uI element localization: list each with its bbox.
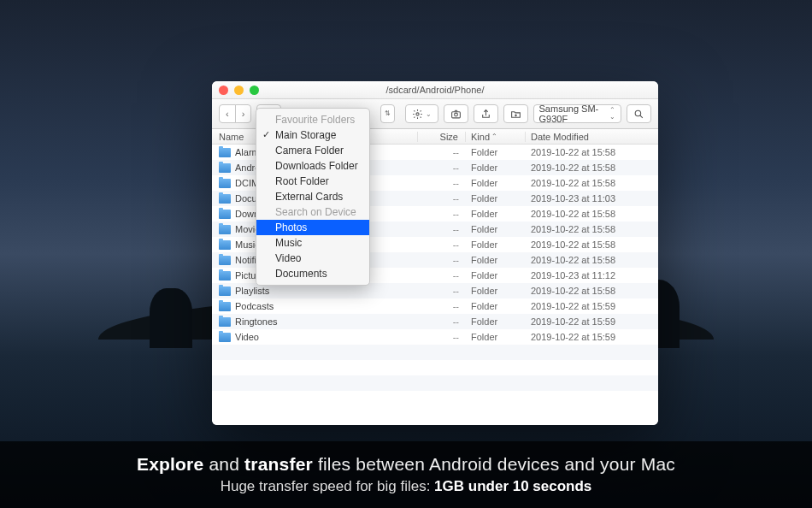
file-kind: Folder — [466, 239, 526, 250]
file-kind: Folder — [466, 162, 526, 173]
search-icon — [633, 109, 644, 120]
folder-icon — [219, 163, 231, 173]
file-kind: Folder — [466, 224, 526, 234]
chevron-right-icon: › — [242, 109, 245, 119]
search-button[interactable] — [627, 104, 651, 123]
file-date: 2019-10-22 at 15:58 — [526, 224, 658, 234]
file-size: -- — [418, 178, 466, 188]
file-size: -- — [418, 147, 466, 157]
folder-icon — [219, 148, 231, 157]
file-date: 2019-10-22 at 15:59 — [526, 316, 658, 327]
file-date: 2019-10-22 at 15:58 — [526, 239, 658, 250]
camera-button[interactable] — [444, 104, 468, 123]
folder-icon — [219, 225, 231, 234]
file-size: -- — [418, 332, 466, 342]
column-date[interactable]: Date Modified — [526, 132, 658, 142]
camera-icon — [450, 109, 462, 120]
dropdown-item[interactable]: Documents — [256, 266, 369, 281]
new-folder-icon — [510, 109, 521, 120]
file-date: 2019-10-22 at 15:59 — [526, 332, 658, 342]
file-kind: Folder — [466, 316, 526, 327]
action-menu-button[interactable]: ⌄ — [405, 104, 438, 123]
file-size: -- — [418, 209, 466, 219]
file-date: 2019-10-22 at 15:58 — [526, 162, 658, 173]
dropdown-item[interactable]: External Cards — [256, 189, 369, 204]
device-selector[interactable]: Samsung SM-G930F ⌃⌄ — [533, 104, 621, 123]
file-size: -- — [418, 162, 466, 173]
file-size: -- — [418, 255, 466, 265]
dropdown-item[interactable]: Camera Folder — [256, 143, 369, 158]
file-size: -- — [418, 301, 466, 311]
file-date: 2019-10-22 at 15:58 — [526, 286, 658, 296]
file-date: 2019-10-22 at 15:58 — [526, 255, 658, 265]
file-kind: Folder — [466, 301, 526, 311]
dropdown-heading: Favourite Folders — [256, 112, 369, 127]
dropdown-item[interactable]: Downloads Folder — [256, 158, 369, 174]
file-date: 2019-10-22 at 15:58 — [526, 209, 658, 219]
table-row[interactable]: Video--Folder2019-10-22 at 15:59 — [212, 329, 658, 345]
file-date: 2019-10-23 at 11:12 — [526, 270, 658, 281]
file-size: -- — [418, 286, 466, 296]
folder-icon — [219, 256, 231, 265]
dropdown-item[interactable]: Root Folder — [256, 174, 369, 189]
file-name: Ringtones — [235, 316, 278, 327]
folder-icon — [219, 271, 231, 281]
folder-icon — [219, 317, 231, 327]
file-date: 2019-10-22 at 15:58 — [526, 178, 658, 188]
dropdown-item[interactable]: Music — [256, 235, 369, 251]
file-size: -- — [418, 239, 466, 250]
file-kind: Folder — [466, 270, 526, 281]
close-button[interactable] — [219, 86, 228, 95]
caption-line-2: Huge transfer speed for big files: 1GB u… — [221, 478, 592, 495]
share-button[interactable] — [474, 104, 498, 123]
chevron-left-icon: ‹ — [226, 109, 229, 119]
file-date: 2019-10-22 at 15:58 — [526, 147, 658, 157]
dropdown-heading: Search on Device — [256, 204, 369, 220]
table-row[interactable]: Ringtones--Folder2019-10-22 at 15:59 — [212, 314, 658, 329]
folder-icon — [219, 240, 231, 250]
file-kind: Folder — [466, 255, 526, 265]
minimize-button[interactable] — [234, 86, 244, 95]
folder-icon — [219, 194, 231, 204]
dropdown-item[interactable]: ✓Main Storage — [256, 127, 369, 143]
view-sort-button[interactable]: ⇅ — [380, 104, 395, 123]
marketing-caption: Explore and transfer files between Andro… — [0, 441, 812, 508]
table-row — [212, 391, 658, 406]
file-size: -- — [418, 316, 466, 327]
caption-line-1: Explore and transfer files between Andro… — [137, 454, 675, 475]
column-size[interactable]: Size — [418, 132, 466, 142]
share-icon — [480, 109, 491, 120]
updown-icon: ⇅ — [385, 110, 391, 117]
back-button[interactable]: ‹ — [219, 104, 236, 123]
titlebar[interactable]: /sdcard/Android/Phone/ — [212, 81, 658, 99]
folder-icon — [219, 286, 231, 296]
folder-icon — [219, 210, 231, 219]
file-name: Podcasts — [235, 301, 274, 311]
forward-button[interactable]: › — [235, 104, 252, 123]
file-name: Playlists — [235, 286, 269, 296]
gear-icon — [412, 109, 423, 120]
table-row[interactable]: Podcasts--Folder2019-10-22 at 15:59 — [212, 298, 658, 314]
updown-icon: ⌃⌄ — [609, 107, 615, 121]
file-kind: Folder — [466, 147, 526, 157]
folder-icon — [219, 302, 231, 311]
dropdown-item[interactable]: Photos — [256, 220, 369, 235]
sort-indicator-icon: ⌃ — [491, 133, 497, 140]
table-row — [212, 345, 658, 360]
file-date: 2019-10-22 at 15:59 — [526, 301, 658, 311]
chevron-down-icon: ⌄ — [426, 110, 432, 118]
file-kind: Folder — [466, 178, 526, 188]
file-size: -- — [418, 193, 466, 204]
folder-icon — [219, 333, 231, 342]
column-kind[interactable]: Kind⌃ — [466, 132, 526, 142]
table-row — [212, 360, 658, 375]
folder-icon — [219, 179, 231, 188]
svg-point-2 — [454, 113, 457, 116]
window-title: /sdcard/Android/Phone/ — [212, 85, 658, 95]
file-size: -- — [418, 224, 466, 234]
checkmark-icon: ✓ — [262, 129, 270, 140]
zoom-button[interactable] — [250, 86, 259, 95]
file-size: -- — [418, 270, 466, 281]
new-folder-button[interactable] — [503, 104, 528, 123]
dropdown-item[interactable]: Video — [256, 251, 369, 266]
